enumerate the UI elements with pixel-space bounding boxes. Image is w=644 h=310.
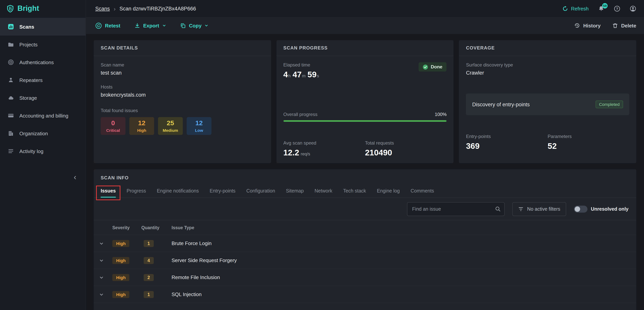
medium-count-badge[interactable]: 25 Medium bbox=[158, 117, 183, 135]
sidebar-item-accounting[interactable]: Accounting and billing bbox=[0, 107, 86, 125]
critical-count-badge[interactable]: 0 Critical bbox=[101, 117, 126, 135]
breadcrumb: Scans › Scan dzrwvTiRBZjnZBx4A8P666 bbox=[95, 5, 196, 12]
parameters-stat: Parameters 52 bbox=[548, 134, 629, 151]
sidebar-item-label: Projects bbox=[19, 41, 38, 47]
expand-row-icon[interactable] bbox=[99, 292, 112, 297]
issue-type-link[interactable]: SQL Injection bbox=[172, 292, 631, 297]
export-icon bbox=[134, 23, 140, 28]
sidebar-item-activity-log[interactable]: Activity log bbox=[0, 142, 86, 160]
sidebar-item-scans[interactable]: Scans bbox=[0, 18, 86, 35]
tab-engine-notifications[interactable]: Engine notifications bbox=[157, 184, 199, 197]
scan-details-card: SCAN DETAILS Scan name test scan Hosts b… bbox=[94, 40, 271, 163]
hosts-label: Hosts bbox=[101, 84, 264, 90]
notifications-button[interactable]: 59 bbox=[598, 5, 604, 12]
brand-shield-icon bbox=[6, 4, 14, 12]
refresh-button[interactable]: Refresh bbox=[562, 5, 588, 11]
chevron-left-icon: ‹ bbox=[74, 173, 76, 181]
brand-logo[interactable]: Bright bbox=[0, 0, 86, 17]
filter-funnel-icon bbox=[518, 206, 524, 212]
help-button[interactable]: ? bbox=[614, 5, 620, 12]
issue-search-input[interactable] bbox=[407, 202, 505, 216]
hosts-value: brokencrystals.com bbox=[101, 92, 264, 98]
issues-filter-bar: No active filters Unresolved only bbox=[94, 198, 636, 220]
breadcrumb-scans-link[interactable]: Scans bbox=[95, 5, 110, 11]
delete-label: Delete bbox=[621, 23, 636, 28]
fingerprint-icon bbox=[8, 59, 14, 65]
retest-icon bbox=[95, 22, 102, 29]
retest-label: Retest bbox=[105, 23, 120, 28]
entrypoints-stat: Entry-points 369 bbox=[466, 134, 548, 151]
app-root: Bright Scans Projects Authentications bbox=[0, 0, 644, 310]
scan-details-body: Scan name test scan Hosts brokencrystals… bbox=[94, 56, 271, 163]
delete-button[interactable]: Delete bbox=[612, 22, 636, 29]
breadcrumb-separator-icon: › bbox=[114, 5, 116, 12]
summary-cards: SCAN DETAILS Scan name test scan Hosts b… bbox=[94, 40, 636, 163]
toggle-knob bbox=[575, 206, 580, 212]
user-avatar-icon bbox=[630, 5, 636, 12]
entrypoints-discovery-label: Discovery of entry-points bbox=[472, 102, 530, 107]
unresolved-only-toggle[interactable] bbox=[574, 205, 588, 212]
content: SCAN DETAILS Scan name test scan Hosts b… bbox=[86, 34, 644, 310]
tab-sitemap[interactable]: Sitemap bbox=[286, 184, 304, 197]
tab-issues[interactable]: Issues bbox=[101, 184, 116, 197]
sidebar-item-label: Scans bbox=[19, 24, 34, 29]
scans-icon bbox=[8, 23, 14, 30]
tab-network[interactable]: Network bbox=[315, 184, 332, 197]
issue-type-header: Issue Type bbox=[172, 225, 631, 230]
tab-comments[interactable]: Comments bbox=[411, 184, 434, 197]
chevron-down-icon bbox=[162, 23, 166, 27]
progress-bar bbox=[283, 120, 446, 122]
table-row[interactable]: High 4 Server Side Request Forgery bbox=[94, 252, 636, 269]
folder-icon bbox=[8, 41, 14, 47]
issue-type-link[interactable]: Remote File Inclusion bbox=[172, 275, 631, 280]
table-row[interactable]: High 1 Brute Force Login bbox=[94, 235, 636, 252]
retest-button[interactable]: Retest bbox=[95, 22, 120, 29]
severity-badge: High bbox=[112, 274, 130, 281]
history-label: History bbox=[583, 23, 601, 28]
filters-label: No active filters bbox=[527, 206, 560, 212]
scan-status-label: Done bbox=[431, 64, 442, 70]
scan-status-badge: Done bbox=[419, 62, 447, 71]
table-row[interactable]: High 2 Remote File Inclusion bbox=[94, 269, 636, 286]
search-icon bbox=[495, 206, 501, 212]
sidebar-collapse-button[interactable]: ‹ bbox=[74, 173, 76, 181]
expand-row-icon[interactable] bbox=[99, 275, 112, 280]
tab-progress[interactable]: Progress bbox=[127, 184, 146, 197]
issue-type-link[interactable]: Brute Force Login bbox=[172, 240, 631, 246]
issues-table-header: Severity Quantity Issue Type bbox=[94, 220, 636, 235]
filters-button[interactable]: No active filters bbox=[512, 202, 566, 216]
tab-configuration[interactable]: Configuration bbox=[246, 184, 275, 197]
issue-type-link[interactable]: Server Side Request Forgery bbox=[172, 257, 631, 263]
history-button[interactable]: History bbox=[574, 22, 601, 29]
topbar: Scans › Scan dzrwvTiRBZjnZBx4A8P666 Refr… bbox=[86, 0, 644, 17]
completed-status-badge: Completed bbox=[596, 101, 623, 108]
tab-entry-points[interactable]: Entry-points bbox=[210, 184, 236, 197]
copy-label: Copy bbox=[189, 23, 202, 28]
topbar-actions: Refresh 59 ? bbox=[562, 5, 636, 12]
trash-icon bbox=[612, 23, 618, 28]
person-node-icon bbox=[8, 77, 14, 83]
sidebar-item-label: Storage bbox=[19, 95, 37, 101]
export-button[interactable]: Export bbox=[134, 22, 166, 29]
sidebar-item-organization[interactable]: Organization bbox=[0, 125, 86, 142]
tab-engine-log[interactable]: Engine log bbox=[377, 184, 400, 197]
tab-tech-stack[interactable]: Tech stack bbox=[343, 184, 366, 197]
sidebar-item-label: Accounting and billing bbox=[19, 113, 68, 119]
history-icon bbox=[574, 22, 580, 29]
sidebar-item-repeaters[interactable]: Repeaters bbox=[0, 71, 86, 89]
table-row[interactable]: High 1 SQL Injection bbox=[94, 286, 636, 303]
high-count-badge[interactable]: 12 High bbox=[129, 117, 154, 135]
scan-actions: Retest Export Copy bbox=[95, 22, 208, 29]
sidebar-item-storage[interactable]: Storage bbox=[0, 89, 86, 107]
copy-button[interactable]: Copy bbox=[180, 22, 208, 29]
expand-row-icon[interactable] bbox=[99, 258, 112, 263]
user-avatar-button[interactable] bbox=[630, 5, 636, 12]
scan-toolbar: Retest Export Copy bbox=[86, 17, 644, 34]
check-circle-icon bbox=[423, 64, 428, 69]
sidebar-item-authentications[interactable]: Authentications bbox=[0, 53, 86, 71]
sidebar-item-projects[interactable]: Projects bbox=[0, 35, 86, 53]
low-count-badge[interactable]: 12 Low bbox=[187, 117, 212, 135]
quantity-badge: 2 bbox=[144, 274, 154, 281]
expand-row-icon[interactable] bbox=[99, 241, 112, 246]
list-icon bbox=[8, 148, 14, 154]
